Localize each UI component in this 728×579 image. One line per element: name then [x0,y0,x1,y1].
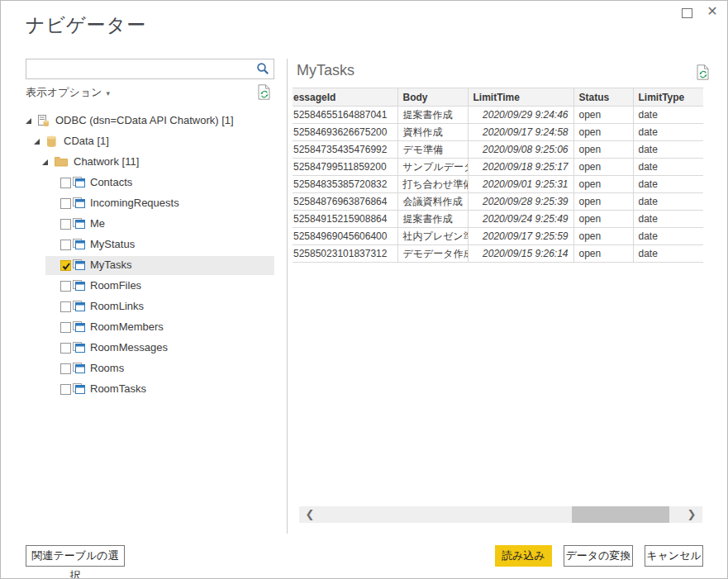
dialog-title: ナビゲーター [26,12,146,38]
checkbox[interactable] [60,198,71,209]
table-icon [73,363,86,374]
tree-item-roommembers[interactable]: RoomMembers [1,317,286,338]
tree-item-rooms[interactable]: Rooms [1,358,286,379]
table-header-row: essageId Body LimitTime Status LimitType [293,88,703,107]
tree-item-me[interactable]: Me [1,214,286,235]
close-icon[interactable]: ✕ [704,3,721,20]
tree-item-label: Me [90,217,105,230]
pane-divider [287,59,288,534]
column-header-body: Body [397,88,468,107]
tree-item-label: IncomingRequests [90,197,179,209]
checkbox[interactable] [60,363,71,374]
preview-table: essageId Body LimitTime Status LimitType… [293,88,703,263]
checkbox[interactable] [60,384,71,395]
table-row: 52584799511859200 サンプルデータ作成 2020/09/18 9… [293,159,703,176]
tree-item-mystatus[interactable]: MyStatus [1,235,286,255]
checkbox[interactable] [60,322,71,333]
tree-item-label: Rooms [90,362,124,374]
tree-item-label: Chatwork [11] [74,155,139,168]
refresh-document-icon[interactable] [697,64,710,80]
table-icon [73,239,86,250]
transform-data-button[interactable]: データの変換 [564,545,633,567]
tree-item-mytasks[interactable]: MyTasks [1,255,286,276]
checkbox[interactable] [60,301,71,312]
horizontal-scrollbar[interactable]: ❮ ❯ [299,506,702,523]
tree-item-roommessages[interactable]: RoomMessages [1,338,286,358]
column-header-limittime: LimitTime [468,88,573,107]
maximize-icon[interactable] [682,8,692,18]
tree-item-roomlinks[interactable]: RoomLinks [1,297,286,317]
refresh-document-icon[interactable] [258,84,271,100]
tree-item-contacts[interactable]: Contacts [1,173,286,193]
table-icon [73,280,86,292]
tree-item-label: RoomMembers [90,320,164,333]
table-icon [73,218,86,230]
table-row: 52584693626675200 資料作成 2020/09/17 9:24:5… [293,124,703,141]
table-row: 52584915215908864 提案書作成 2020/09/24 9:25:… [293,211,703,228]
tree-item-label: RoomMessages [90,341,168,354]
tree-item-label: MyStatus [90,238,135,250]
tree-item-cdata[interactable]: CData [1] [1,131,286,152]
table-row: 52584876963876864 会議資料作成 2020/09/28 9:25… [293,193,703,211]
tree-item-chatwork[interactable]: Chatwork [11] [1,152,286,173]
search-box [26,59,274,79]
scrollbar-thumb[interactable] [572,506,669,523]
checkbox-checked[interactable] [60,260,71,271]
scroll-right-icon[interactable]: ❯ [683,506,701,523]
column-header-status: Status [573,88,633,107]
odbc-icon [38,115,50,127]
preview-title: MyTasks [297,62,354,79]
display-options-dropdown[interactable]: 表示オプション▾ [26,85,110,100]
select-related-tables-button[interactable]: 関連テーブルの選択 [26,545,125,567]
table-icon [73,321,86,333]
checkbox[interactable] [60,219,71,230]
table-row: 52584969045606400 社内プレゼン準備 2020/09/17 9:… [293,228,703,245]
search-input[interactable] [30,60,253,78]
checkbox[interactable] [60,343,71,354]
expander-icon[interactable] [26,118,31,124]
tree-item-label: ODBC (dsn=CData API Chatwork) [1] [55,114,234,126]
table-row: 52584735435476992 デモ準備 2020/09/08 9:25:0… [293,141,703,159]
tree-item-odbc[interactable]: ODBC (dsn=CData API Chatwork) [1] [1,111,286,131]
database-icon [46,135,57,148]
expander-icon[interactable] [42,159,48,165]
tree-item-label: RoomLinks [90,300,144,312]
navigator-dialog: ナビゲーター ✕ 表示オプション▾ ODBC (dsn [0,0,728,579]
table-row: 52584655164887041 提案書作成 2020/09/29 9:24:… [293,107,703,124]
chevron-down-icon: ▾ [107,89,111,97]
search-icon[interactable] [256,62,270,76]
table-icon [73,383,86,395]
table-icon [73,342,86,354]
tree-item-label: Contacts [90,176,132,188]
tree-item-label: RoomTasks [90,382,146,395]
table-icon [73,177,86,188]
checkbox[interactable] [60,240,71,250]
column-header-messageid: essageId [293,88,397,107]
table-icon [73,197,86,209]
cancel-button[interactable]: キャンセル [645,545,703,567]
tree-item-label: CData [1] [64,135,109,147]
table-icon [73,301,86,312]
tree-item-label: MyTasks [90,259,132,271]
checkbox[interactable] [60,178,71,188]
tree-item-incomingrequests[interactable]: IncomingRequests [1,193,286,214]
preview-table-container: essageId Body LimitTime Status LimitType… [293,88,703,263]
table-icon [73,259,86,271]
check-icon [61,261,72,272]
load-button[interactable]: 読み込み [495,545,552,567]
tree-item-roomfiles[interactable]: RoomFiles [1,276,286,297]
folder-icon [55,156,68,167]
checkbox[interactable] [60,281,71,292]
scroll-left-icon[interactable]: ❮ [301,506,319,523]
tree-item-label: RoomFiles [90,279,141,292]
expander-icon[interactable] [34,139,40,145]
table-row: 52584835385720832 打ち合わせ準備 2020/09/01 9:2… [293,176,703,193]
table-row: 52585023101837312 デモデータ作成 2020/09/15 9:2… [293,245,703,263]
display-options-label: 表示オプション [26,86,102,98]
column-header-limittype: LimitType [633,88,703,107]
tree-item-roomtasks[interactable]: RoomTasks [1,379,286,400]
